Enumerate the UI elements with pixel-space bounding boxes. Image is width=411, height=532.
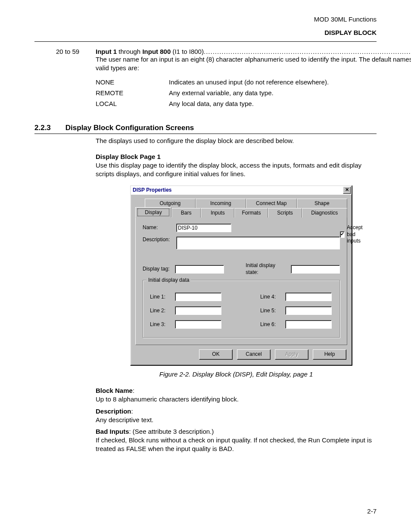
line2-field[interactable] xyxy=(175,306,221,315)
ok-button[interactable]: OK xyxy=(199,349,233,360)
attr-title-row: Input 1 through Input 800 (I1 to I800) C… xyxy=(96,48,411,55)
description-text: Any descriptive text. xyxy=(96,416,153,423)
initial-state-label: Initial display state: xyxy=(246,262,287,276)
line1-field[interactable] xyxy=(175,292,221,301)
bad-inputs-heading: Bad Inputs xyxy=(96,428,129,435)
bad-inputs-text: If checked, Block runs without a check o… xyxy=(96,436,372,452)
tab-display[interactable]: Display xyxy=(135,207,171,218)
line4-field[interactable] xyxy=(285,292,332,301)
cancel-button[interactable]: Cancel xyxy=(237,349,271,360)
display-tag-label: Display tag: xyxy=(143,266,171,273)
tab-shape[interactable]: Shape xyxy=(297,199,348,208)
page1-body: Use this display page to identify the di… xyxy=(96,162,361,177)
initial-display-data-group: Initial display data Line 1: Line 2: Lin… xyxy=(143,280,340,338)
section-title: Display Block Configuration Screens xyxy=(65,124,194,132)
doc-header: MOD 30ML Functions xyxy=(34,16,377,23)
leader-dots xyxy=(204,48,411,55)
accept-bad-inputs-checkbox[interactable]: ✔ xyxy=(340,231,345,238)
description-field[interactable] xyxy=(176,236,340,249)
name-label: Name: xyxy=(143,224,173,231)
initial-state-field[interactable] xyxy=(291,265,340,274)
section-header: DISPLAY BLOCK xyxy=(34,29,377,36)
tab-scripts[interactable]: Scripts xyxy=(268,208,302,218)
accept-bad-inputs-label: Accept bad inputs xyxy=(347,224,364,245)
tab-diagnostics[interactable]: Diagnostics xyxy=(302,208,347,218)
tab-formats[interactable]: Formats xyxy=(234,208,268,218)
input-b: Input 800 xyxy=(142,48,171,55)
apply-button[interactable]: Apply xyxy=(275,349,308,360)
tab-outgoing[interactable]: Outgoing xyxy=(145,199,196,208)
section-number: 2.2.3 xyxy=(34,124,51,132)
tab-inputs[interactable]: Inputs xyxy=(201,208,234,218)
type-table: NONEIndicates an unused input (do not re… xyxy=(96,77,329,109)
input-a: Input 1 xyxy=(96,48,117,55)
description-heading: Description xyxy=(96,408,131,415)
name-field[interactable]: DISP-10 xyxy=(176,224,231,232)
line6-field[interactable] xyxy=(285,320,332,329)
section-intro: The displays used to configure the displ… xyxy=(96,137,377,145)
close-icon[interactable]: ✕ xyxy=(343,187,351,194)
dialog-title: DISP Properties xyxy=(133,187,171,194)
disp-properties-dialog: DISP Properties ✕ Outgoing Incoming Conn… xyxy=(130,185,352,366)
attr-range: 20 to 59 xyxy=(56,48,90,55)
line3-field[interactable] xyxy=(175,320,221,329)
page1-heading: Display Block Page 1 xyxy=(96,153,161,160)
block-name-heading: Block Name xyxy=(96,387,133,394)
page-number: 2-7 xyxy=(367,507,377,515)
figure-caption: Figure 2-2. Display Block (DISP), Edit D… xyxy=(96,370,377,379)
desc-label: Description: xyxy=(143,236,173,243)
tab-bars[interactable]: Bars xyxy=(171,208,201,218)
attr-desc: The user name for an input is an eight (… xyxy=(96,55,411,72)
section-heading: 2.2.3 Display Block Configuration Screen… xyxy=(34,124,377,134)
help-button[interactable]: Help xyxy=(313,349,346,360)
block-name-text: Up to 8 alphanumeric characters identify… xyxy=(96,395,239,403)
display-tag-field[interactable] xyxy=(175,265,224,274)
group-legend: Initial display data xyxy=(146,277,191,284)
header-rule xyxy=(34,41,377,42)
tab-connect-map[interactable]: Connect Map xyxy=(246,199,297,208)
tab-incoming[interactable]: Incoming xyxy=(196,199,246,208)
line5-field[interactable] xyxy=(285,306,332,315)
